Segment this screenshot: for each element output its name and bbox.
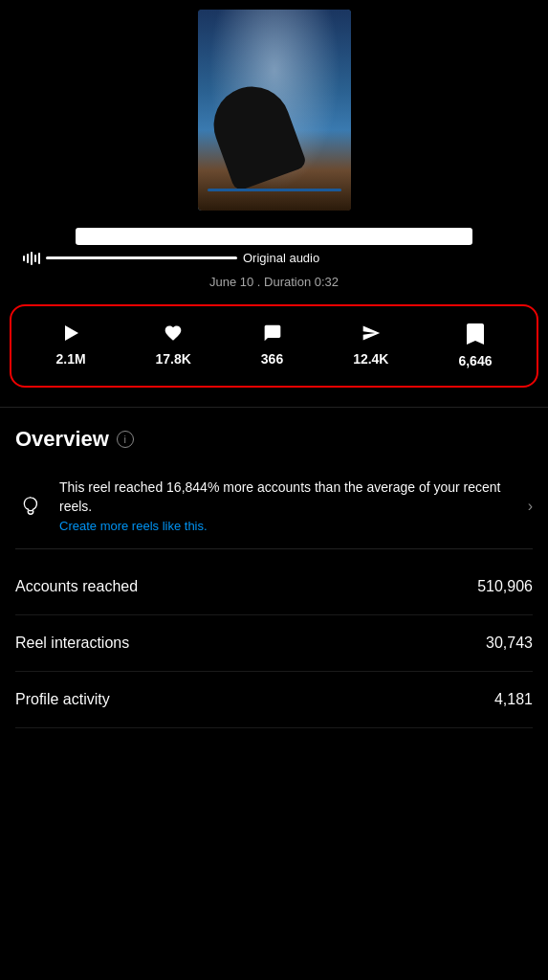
stat-likes: 17.8K (156, 323, 191, 368)
waveform-icon (23, 252, 40, 265)
stat-saves: 6,646 (458, 323, 492, 368)
profile-activity-value: 4,181 (494, 691, 533, 708)
audio-progress-bar (46, 256, 237, 259)
chevron-right-icon: › (528, 498, 533, 515)
audio-title-bar (76, 228, 473, 245)
audio-section: Original audio (0, 211, 548, 271)
svg-marker-0 (65, 325, 78, 341)
stats-box: 2.1M 17.8K 366 12.4K 6,6 (10, 304, 538, 388)
overview-header: Overview i (15, 427, 533, 452)
date-duration: June 10 . Duration 0:32 (0, 271, 548, 304)
video-thumbnail[interactable] (198, 10, 351, 211)
accounts-reached-label: Accounts reached (15, 578, 138, 595)
share-icon (362, 323, 381, 345)
audio-label: Original audio (243, 251, 319, 265)
metrics-list: Accounts reached 510,906 Reel interactio… (15, 559, 533, 728)
insight-text: This reel reached 16,844% more accounts … (59, 479, 515, 533)
likes-value: 17.8K (156, 351, 191, 367)
metric-row-profile-activity: Profile activity 4,181 (15, 672, 533, 728)
overview-section: Overview i This reel reached 16,844% mor… (0, 408, 548, 747)
insight-row[interactable]: This reel reached 16,844% more accounts … (15, 469, 533, 549)
insight-sub-text: Create more reels like this. (59, 519, 515, 533)
metric-row-accounts-reached: Accounts reached 510,906 (15, 559, 533, 615)
reel-interactions-value: 30,743 (486, 635, 533, 652)
bulb-icon (15, 491, 46, 522)
stat-shares: 12.4K (353, 323, 388, 368)
plays-value: 2.1M (55, 351, 85, 367)
comment-icon (263, 323, 282, 345)
info-icon[interactable]: i (117, 431, 134, 448)
stat-plays: 2.1M (55, 323, 85, 368)
metric-row-reel-interactions: Reel interactions 30,743 (15, 615, 533, 672)
reel-interactions-label: Reel interactions (15, 635, 129, 652)
profile-activity-label: Profile activity (15, 691, 110, 708)
play-icon (61, 323, 80, 345)
accounts-reached-value: 510,906 (477, 578, 533, 595)
bookmark-icon (467, 323, 484, 347)
comments-value: 366 (261, 351, 283, 367)
heart-icon (164, 323, 183, 345)
overview-title: Overview (15, 427, 109, 452)
saves-value: 6,646 (458, 353, 492, 368)
shares-value: 12.4K (353, 351, 388, 367)
insight-main-text: This reel reached 16,844% more accounts … (59, 479, 515, 516)
stat-comments: 366 (261, 323, 283, 368)
video-section (0, 0, 548, 211)
